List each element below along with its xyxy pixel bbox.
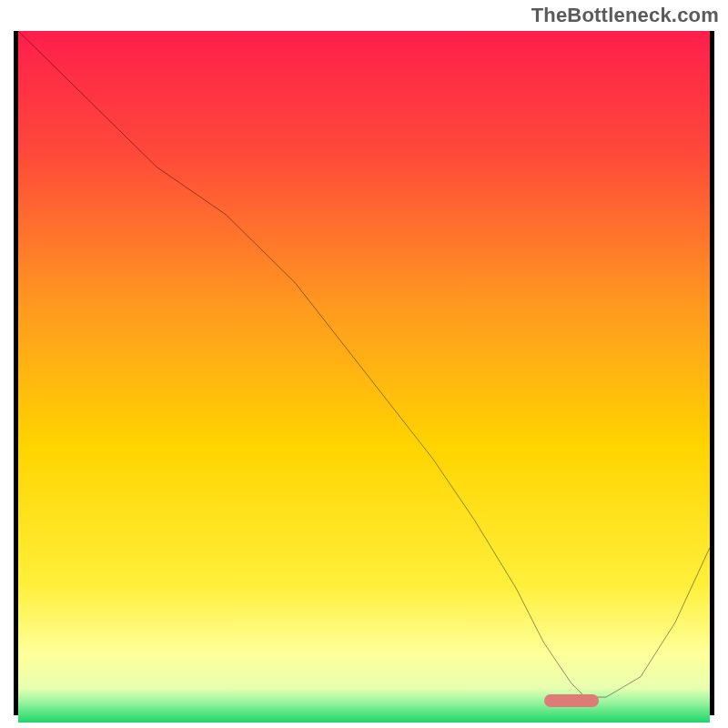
bottleneck-curve [18, 31, 710, 697]
optimal-range-marker [544, 694, 600, 706]
plot-area [14, 31, 714, 715]
chart-root: TheBottleneck.com [0, 0, 728, 728]
curve-layer [18, 31, 710, 711]
watermark-text: TheBottleneck.com [531, 4, 719, 27]
